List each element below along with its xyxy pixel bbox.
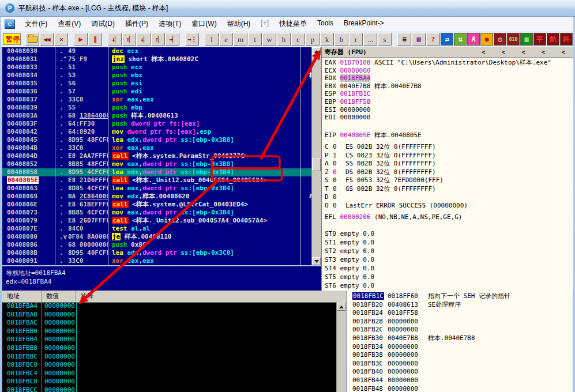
dump-row[interactable]: 0018FBC400000000 xyxy=(2,370,337,378)
executables-window-button[interactable]: e xyxy=(219,33,233,46)
screen-tool-icon[interactable]: ▦ xyxy=(520,33,533,46)
register-ecx[interactable]: ECX 00000000 xyxy=(322,67,573,75)
menu-item-D[interactable]: 调试(D) xyxy=(86,17,120,31)
dump-row[interactable]: 0018FBB000000000 xyxy=(2,327,337,336)
dump-row[interactable]: 0018FBA400000000 xyxy=(2,302,337,311)
disasm-row[interactable]: 00408035.56push esi xyxy=(2,80,321,88)
disasm-row[interactable]: 00408080.v0F84 8A000000je 样本.00408110 xyxy=(2,233,321,241)
menu-item-Tools[interactable]: Tools xyxy=(312,17,339,31)
flag-c[interactable]: C0ES 002B 32位 0(FFFFFFFF) xyxy=(322,143,573,152)
stack-row[interactable]: 0018FB2000408613SE处理程序 xyxy=(347,301,573,310)
call-stack-window-button[interactable]: k xyxy=(320,33,334,46)
disasm-row[interactable]: 00408063.8D85 4CFCFFFFlea eax,dword ptr … xyxy=(2,184,321,193)
disasm-row[interactable]: 00408034.53push ebx样 xyxy=(2,71,321,80)
disasm-row[interactable]: 00408037.33C0xor eax,eax xyxy=(2,96,321,104)
register-ebp[interactable]: EBP 0018FF58 xyxy=(322,98,573,106)
disasm-row[interactable]: 00408039.55push ebp xyxy=(2,104,321,112)
ascii-tool-icon[interactable]: A xyxy=(467,33,480,46)
disasm-row[interactable]: 00408086.68 80000000push 0x80 xyxy=(2,241,321,249)
pane-collapse-arrow[interactable]: < xyxy=(521,48,525,56)
disasm-row[interactable]: 00408045.8D95 48FCFFFFlea edx,dword ptr … xyxy=(2,136,321,144)
dump-header-1[interactable]: 数值 xyxy=(42,291,76,302)
goto-button[interactable]: →⋮ xyxy=(185,33,199,46)
register-eax[interactable]: EAX 01D70108 ASCII "C:\Users\Administrat… xyxy=(322,59,573,67)
windows-list-button[interactable]: ▦ xyxy=(412,33,426,46)
scroll-down-icon[interactable] xyxy=(312,257,321,265)
dump-row[interactable]: 0018FBBC00000000 xyxy=(2,353,337,361)
menu-item-H[interactable]: 帮助(H) xyxy=(222,17,256,31)
memory-window-button[interactable]: m xyxy=(234,33,247,46)
stack-row[interactable]: 0018FB3C00000000 xyxy=(347,360,573,368)
efl-register[interactable]: EFL 00000206 (NO,NB,NE,A,NS,PE,GE,G) xyxy=(322,213,573,221)
st-register-6[interactable]: ST6 empty 0.0 xyxy=(322,281,573,290)
menu-item-V[interactable]: 查看(V) xyxy=(52,17,86,31)
disasm-row[interactable]: 00408042.64:8920mov dword ptr fs:[eax],e… xyxy=(2,128,321,136)
help-button[interactable]: ? xyxy=(426,33,440,46)
disasm-row[interactable]: 0040807E.84C0test al,al xyxy=(2,225,321,233)
binary-tool-icon[interactable]: 010 xyxy=(507,33,520,46)
breakpoints-window-button[interactable]: b xyxy=(335,33,348,46)
dump-row[interactable]: 0018FBC800000000 xyxy=(2,378,337,386)
stack-row[interactable]: 0018FB2800000000 xyxy=(347,318,573,326)
source-window-button[interactable]: s xyxy=(378,33,392,46)
pane-collapse-arrow[interactable]: < xyxy=(482,48,486,56)
disasm-row[interactable]: 0040805E.E8 21D6FFFFcall <样本._Unit12.sub… xyxy=(2,176,321,184)
st-register-0[interactable]: ST0 empty 0.0 xyxy=(322,229,573,238)
flag-o[interactable]: O0LastErr ERROR_SUCCESS (00000000) xyxy=(322,202,573,210)
disasm-row[interactable]: 00408069.BA 2C864000mov edx,样本.00408620A… xyxy=(2,193,321,201)
dump-row[interactable]: 0018FBA800000000 xyxy=(2,311,337,319)
dump-header-2[interactable]: 注释 xyxy=(76,291,346,302)
stack-row[interactable]: 0018FB4400000000 xyxy=(347,376,573,385)
disasm-row[interactable]: 0040808B.8D95 40FCFFFFlea edx,dword ptr … xyxy=(2,249,321,257)
dump-header-0[interactable]: 地址 xyxy=(2,291,42,302)
flag-s[interactable]: S0FS 0053 32位 7EFDD000(FFF) xyxy=(322,176,573,185)
close-process-button[interactable]: × xyxy=(54,33,68,46)
until-return-button[interactable]: →▏ xyxy=(166,33,179,46)
st-register-5[interactable]: ST5 empty 0.0 xyxy=(322,273,573,281)
handles-window-button[interactable]: h xyxy=(277,33,291,46)
disasm-row[interactable]: 00408073.8B85 4CFCFFFFmov eax,dword ptr … xyxy=(2,209,321,217)
stack-row[interactable]: 0018FB3800000000 xyxy=(347,351,573,360)
breakpoint-list-button[interactable]: ≡ xyxy=(397,33,411,46)
flag-a[interactable]: A0SS 002B 32位 0(FFFFFFFF) xyxy=(322,160,573,168)
dump-row[interactable]: 0018FBCC00000000 xyxy=(2,386,337,392)
dump-row[interactable]: 0018FBC000000000 xyxy=(2,361,337,370)
flag-d[interactable]: D0 xyxy=(322,193,573,202)
flag-p[interactable]: P1CS 0023 32位 0(FFFFFFFF) xyxy=(322,152,573,160)
log-window-button[interactable]: l xyxy=(205,33,219,46)
animate-over-button[interactable]: ⇑▏ xyxy=(151,33,165,46)
register-esp[interactable]: ESP 0018FB1C xyxy=(322,90,573,98)
animate-into-button[interactable]: ⇓▏ xyxy=(137,33,151,46)
step-into-button[interactable]: ↓▏ xyxy=(108,33,122,46)
disasm-row[interactable]: 00408058.8D95 4CFCFFFFlea edx,dword ptr … xyxy=(2,168,321,176)
disasm-row[interactable]: 00408091.33C0xor eax,eax xyxy=(2,257,321,265)
open-file-button[interactable] xyxy=(25,33,39,46)
disasm-row[interactable]: 0040803A.68 13864000push 样本.00408613 xyxy=(2,112,321,120)
menu-item-T[interactable]: 选项(T) xyxy=(153,17,186,31)
register-esi[interactable]: ESI 00000000 xyxy=(322,106,573,114)
menu-item-P[interactable]: 插件(P) xyxy=(120,17,153,31)
record-dot-icon[interactable]: ● xyxy=(480,33,493,46)
patches-window-button[interactable]: p xyxy=(306,33,320,46)
menu-item-W[interactable]: 窗口(W) xyxy=(186,17,221,31)
pinghang-ping-icon[interactable]: 平 xyxy=(533,33,546,46)
disasm-scrollbar[interactable] xyxy=(311,47,321,265)
st-register-4[interactable]: ST4 empty 0.0 xyxy=(322,264,573,273)
dump-row[interactable]: 0018FBB800000000 xyxy=(2,344,337,353)
spiral-target-icon[interactable]: ◎ xyxy=(494,33,506,46)
register-ebx[interactable]: EBX 0040E7B8 样本.0040E7B8 xyxy=(322,82,573,91)
disasm-row[interactable]: 0040803F.64:FF30push dword ptr fs:[eax] xyxy=(2,120,321,128)
step-over-button[interactable]: ↑▏ xyxy=(122,33,136,46)
disasm-row[interactable]: 00408033.51push ecx xyxy=(2,63,321,71)
scroll-up-icon[interactable] xyxy=(337,303,345,311)
disasm-row[interactable]: 0040804B.33C0xor eax,eax xyxy=(2,144,321,152)
disasm-row[interactable]: 00408079.E8 26D7FFFFcall <样本._Unit12.sub… xyxy=(2,217,321,225)
swap-arrows-icon[interactable]: ⇄ xyxy=(441,33,453,46)
disasm-row[interactable]: 00408030.49dec ecx xyxy=(2,47,321,55)
pause-button[interactable]: ∥ xyxy=(88,33,102,46)
updown-arrows-icon[interactable]: ⇅ xyxy=(454,33,467,46)
dump-scrollbar[interactable] xyxy=(336,302,346,392)
menu-item-[interactable]: 快捷菜单 xyxy=(274,17,312,31)
disasm-row[interactable]: 0040804D.E8 2AA7FFFFcall <样本.system.Para… xyxy=(2,152,321,160)
pinghang-hang-icon[interactable]: 航 xyxy=(547,33,559,46)
